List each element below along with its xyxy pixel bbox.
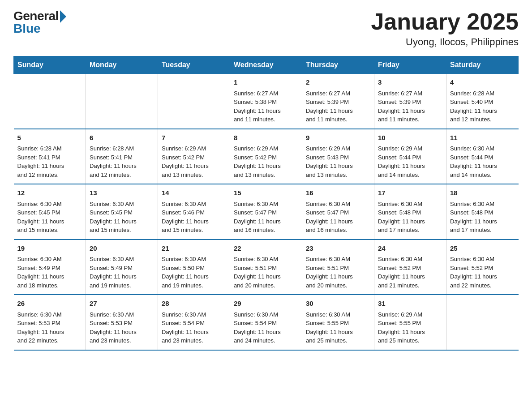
day-number: 28 xyxy=(162,299,226,309)
day-number: 18 xyxy=(450,188,515,198)
day-number: 24 xyxy=(378,244,442,254)
day-number: 27 xyxy=(90,299,154,309)
day-number: 12 xyxy=(17,188,82,198)
day-info: Sunrise: 6:29 AM Sunset: 5:42 PM Dayligh… xyxy=(234,144,298,179)
calendar-title: January 2025 xyxy=(371,9,519,34)
day-info: Sunrise: 6:30 AM Sunset: 5:44 PM Dayligh… xyxy=(450,144,515,179)
header-thursday: Thursday xyxy=(302,56,374,74)
day-info: Sunrise: 6:29 AM Sunset: 5:55 PM Dayligh… xyxy=(378,310,442,345)
header-friday: Friday xyxy=(374,56,446,74)
calendar-cell: 2Sunrise: 6:27 AM Sunset: 5:39 PM Daylig… xyxy=(302,74,374,129)
day-info: Sunrise: 6:30 AM Sunset: 5:54 PM Dayligh… xyxy=(234,310,298,345)
calendar-cell: 16Sunrise: 6:30 AM Sunset: 5:47 PM Dayli… xyxy=(302,184,374,240)
day-number: 2 xyxy=(306,77,370,88)
day-info: Sunrise: 6:30 AM Sunset: 5:55 PM Dayligh… xyxy=(306,310,370,345)
calendar-cell: 17Sunrise: 6:30 AM Sunset: 5:48 PM Dayli… xyxy=(374,184,446,240)
calendar-cell: 24Sunrise: 6:30 AM Sunset: 5:52 PM Dayli… xyxy=(374,240,446,295)
day-info: Sunrise: 6:27 AM Sunset: 5:39 PM Dayligh… xyxy=(306,89,370,124)
day-info: Sunrise: 6:28 AM Sunset: 5:40 PM Dayligh… xyxy=(450,89,515,124)
calendar-cell: 31Sunrise: 6:29 AM Sunset: 5:55 PM Dayli… xyxy=(374,295,446,350)
calendar-cell: 30Sunrise: 6:30 AM Sunset: 5:55 PM Dayli… xyxy=(302,295,374,350)
day-number: 21 xyxy=(162,244,226,254)
calendar-cell: 6Sunrise: 6:28 AM Sunset: 5:41 PM Daylig… xyxy=(86,129,158,184)
day-info: Sunrise: 6:30 AM Sunset: 5:45 PM Dayligh… xyxy=(90,200,154,235)
day-info: Sunrise: 6:30 AM Sunset: 5:51 PM Dayligh… xyxy=(306,255,370,290)
day-number: 10 xyxy=(378,133,442,143)
page-header: General Blue January 2025 Uyong, Ilocos,… xyxy=(13,9,519,48)
calendar-cell: 9Sunrise: 6:29 AM Sunset: 5:43 PM Daylig… xyxy=(302,129,374,184)
day-number: 16 xyxy=(306,188,370,198)
calendar-cell: 18Sunrise: 6:30 AM Sunset: 5:48 PM Dayli… xyxy=(446,184,519,240)
calendar-cell xyxy=(158,74,230,129)
header-wednesday: Wednesday xyxy=(230,56,302,74)
day-number: 13 xyxy=(90,188,154,198)
day-info: Sunrise: 6:30 AM Sunset: 5:53 PM Dayligh… xyxy=(90,310,154,345)
calendar-cell: 29Sunrise: 6:30 AM Sunset: 5:54 PM Dayli… xyxy=(230,295,302,350)
calendar-cell: 23Sunrise: 6:30 AM Sunset: 5:51 PM Dayli… xyxy=(302,240,374,295)
logo: General Blue xyxy=(13,9,66,36)
day-number: 7 xyxy=(162,133,226,143)
day-number: 19 xyxy=(17,244,82,254)
day-info: Sunrise: 6:29 AM Sunset: 5:43 PM Dayligh… xyxy=(306,144,370,179)
calendar-subtitle: Uyong, Ilocos, Philippines xyxy=(371,36,519,48)
day-info: Sunrise: 6:30 AM Sunset: 5:51 PM Dayligh… xyxy=(234,255,298,290)
header-monday: Monday xyxy=(86,56,158,74)
day-number: 17 xyxy=(378,188,442,198)
calendar-cell: 21Sunrise: 6:30 AM Sunset: 5:50 PM Dayli… xyxy=(158,240,230,295)
day-info: Sunrise: 6:30 AM Sunset: 5:46 PM Dayligh… xyxy=(162,200,226,235)
header-saturday: Saturday xyxy=(446,56,519,74)
day-info: Sunrise: 6:28 AM Sunset: 5:41 PM Dayligh… xyxy=(90,144,154,179)
day-info: Sunrise: 6:30 AM Sunset: 5:49 PM Dayligh… xyxy=(17,255,82,290)
day-info: Sunrise: 6:30 AM Sunset: 5:50 PM Dayligh… xyxy=(162,255,226,290)
day-info: Sunrise: 6:27 AM Sunset: 5:39 PM Dayligh… xyxy=(378,89,442,124)
day-info: Sunrise: 6:28 AM Sunset: 5:41 PM Dayligh… xyxy=(17,144,82,179)
calendar-cell: 20Sunrise: 6:30 AM Sunset: 5:49 PM Dayli… xyxy=(86,240,158,295)
calendar-week-row: 1Sunrise: 6:27 AM Sunset: 5:38 PM Daylig… xyxy=(14,74,519,129)
day-info: Sunrise: 6:29 AM Sunset: 5:42 PM Dayligh… xyxy=(162,144,226,179)
title-block: January 2025 Uyong, Ilocos, Philippines xyxy=(371,9,519,48)
day-number: 1 xyxy=(234,77,298,88)
day-number: 15 xyxy=(234,188,298,198)
day-number: 6 xyxy=(90,133,154,143)
calendar-cell: 26Sunrise: 6:30 AM Sunset: 5:53 PM Dayli… xyxy=(14,295,86,350)
day-number: 22 xyxy=(234,244,298,254)
calendar-header-row: SundayMondayTuesdayWednesdayThursdayFrid… xyxy=(14,56,519,74)
calendar-week-row: 12Sunrise: 6:30 AM Sunset: 5:45 PM Dayli… xyxy=(14,184,519,240)
calendar-cell: 3Sunrise: 6:27 AM Sunset: 5:39 PM Daylig… xyxy=(374,74,446,129)
calendar-cell: 27Sunrise: 6:30 AM Sunset: 5:53 PM Dayli… xyxy=(86,295,158,350)
day-info: Sunrise: 6:29 AM Sunset: 5:44 PM Dayligh… xyxy=(378,144,442,179)
day-number: 25 xyxy=(450,244,515,254)
day-number: 23 xyxy=(306,244,370,254)
calendar-week-row: 5Sunrise: 6:28 AM Sunset: 5:41 PM Daylig… xyxy=(14,129,519,184)
day-info: Sunrise: 6:30 AM Sunset: 5:47 PM Dayligh… xyxy=(306,200,370,235)
calendar-table: SundayMondayTuesdayWednesdayThursdayFrid… xyxy=(13,56,519,351)
day-number: 26 xyxy=(17,299,82,309)
day-info: Sunrise: 6:30 AM Sunset: 5:49 PM Dayligh… xyxy=(90,255,154,290)
day-number: 8 xyxy=(234,133,298,143)
header-sunday: Sunday xyxy=(14,56,86,74)
logo-triangle-icon xyxy=(60,10,66,23)
day-number: 30 xyxy=(306,299,370,309)
calendar-cell xyxy=(446,295,519,350)
calendar-cell: 22Sunrise: 6:30 AM Sunset: 5:51 PM Dayli… xyxy=(230,240,302,295)
calendar-cell: 10Sunrise: 6:29 AM Sunset: 5:44 PM Dayli… xyxy=(374,129,446,184)
day-number: 11 xyxy=(450,133,515,143)
day-number: 4 xyxy=(450,77,515,88)
day-info: Sunrise: 6:30 AM Sunset: 5:48 PM Dayligh… xyxy=(450,200,515,235)
calendar-cell: 14Sunrise: 6:30 AM Sunset: 5:46 PM Dayli… xyxy=(158,184,230,240)
calendar-cell: 15Sunrise: 6:30 AM Sunset: 5:47 PM Dayli… xyxy=(230,184,302,240)
day-info: Sunrise: 6:30 AM Sunset: 5:54 PM Dayligh… xyxy=(162,310,226,345)
calendar-week-row: 19Sunrise: 6:30 AM Sunset: 5:49 PM Dayli… xyxy=(14,240,519,295)
day-info: Sunrise: 6:30 AM Sunset: 5:53 PM Dayligh… xyxy=(17,310,82,345)
header-tuesday: Tuesday xyxy=(158,56,230,74)
day-number: 29 xyxy=(234,299,298,309)
calendar-cell: 19Sunrise: 6:30 AM Sunset: 5:49 PM Dayli… xyxy=(14,240,86,295)
calendar-cell: 4Sunrise: 6:28 AM Sunset: 5:40 PM Daylig… xyxy=(446,74,519,129)
day-info: Sunrise: 6:30 AM Sunset: 5:52 PM Dayligh… xyxy=(378,255,442,290)
day-number: 9 xyxy=(306,133,370,143)
day-info: Sunrise: 6:30 AM Sunset: 5:48 PM Dayligh… xyxy=(378,200,442,235)
calendar-cell: 11Sunrise: 6:30 AM Sunset: 5:44 PM Dayli… xyxy=(446,129,519,184)
day-number: 31 xyxy=(378,299,442,309)
logo-blue-text: Blue xyxy=(13,21,41,36)
calendar-week-row: 26Sunrise: 6:30 AM Sunset: 5:53 PM Dayli… xyxy=(14,295,519,350)
